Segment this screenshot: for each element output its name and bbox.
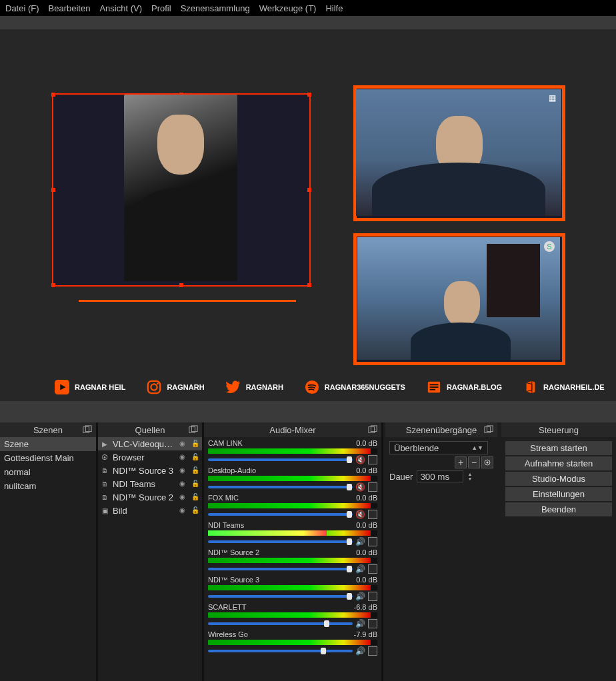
slider-thumb[interactable] — [347, 566, 352, 572]
dock-popout-icon[interactable] — [189, 425, 198, 434]
slider-thumb[interactable] — [347, 538, 352, 545]
mixer-volume-slider[interactable] — [208, 486, 353, 488]
source-row[interactable]: 🗎NDI™ Source 2◉🔓 — [98, 490, 202, 504]
mixer-settings-button[interactable] — [368, 482, 377, 492]
mixer-channel-db: -7.9 dB — [354, 630, 377, 638]
dock-header-controls[interactable]: Steuerung — [501, 422, 616, 437]
lock-toggle-icon[interactable]: 🔓 — [191, 453, 199, 461]
lock-toggle-icon[interactable]: 🔓 — [191, 480, 199, 488]
svg-point-18 — [487, 462, 489, 464]
mixer-meter — [208, 640, 377, 645]
visibility-toggle-icon[interactable]: ◉ — [179, 453, 187, 461]
transition-select[interactable]: Überblende ▲▼ — [389, 441, 488, 454]
mixer-channel: Wireless Go-7.9 dB🔊 — [204, 628, 381, 656]
scene-item[interactable]: normal — [0, 465, 96, 479]
settings-button[interactable]: Einstellungen — [505, 487, 612, 501]
visibility-toggle-icon[interactable]: ◉ — [179, 466, 187, 474]
mixer-volume-slider[interactable] — [208, 513, 353, 516]
mixer-slider-row: 🔇 — [208, 510, 377, 519]
source-row[interactable]: ▶VLC-Videoquelle◉🔓 — [98, 437, 202, 450]
mixer-volume-slider[interactable] — [208, 540, 353, 543]
menu-file[interactable]: Datei (F) — [5, 3, 39, 13]
mute-icon[interactable]: 🔇 — [355, 482, 365, 492]
mixer-settings-button[interactable] — [368, 619, 377, 628]
dock-header-scenes[interactable]: Szenen — [0, 422, 96, 437]
dock-popout-icon[interactable] — [83, 425, 92, 434]
mixer-settings-button[interactable] — [368, 592, 377, 601]
scene-item[interactable]: nulitcam — [0, 479, 96, 493]
mixer-settings-button[interactable] — [368, 646, 377, 656]
preview-area[interactable]: ▦ S RAGNAR HEIL RAGNARH RAGNARH RAGNAR36… — [0, 29, 616, 401]
exit-button[interactable]: Beenden — [505, 502, 612, 516]
scene-item[interactable]: Gottesdienst Main — [0, 451, 96, 465]
menu-tools[interactable]: Werkzeuge (T) — [259, 3, 317, 13]
menu-edit[interactable]: Bearbeiten — [49, 3, 91, 13]
dock-popout-icon[interactable] — [368, 425, 377, 434]
mute-icon[interactable]: 🔇 — [355, 455, 365, 464]
source-row[interactable]: 🗎NDI™ Source 3◉🔓 — [98, 464, 202, 477]
speaker-icon[interactable]: 🔊 — [355, 619, 365, 628]
transition-remove-button[interactable]: − — [468, 456, 480, 468]
slider-thumb[interactable] — [347, 484, 352, 490]
source-type-icon: 🗎 — [101, 467, 109, 474]
studio-mode-button[interactable]: Studio-Modus — [505, 472, 612, 486]
slider-thumb[interactable] — [347, 593, 352, 600]
record-start-button[interactable]: Aufnahme starten — [505, 456, 612, 470]
duration-spinner[interactable]: ▲▼ — [467, 472, 472, 481]
lock-toggle-icon[interactable]: 🔓 — [191, 466, 199, 474]
lock-toggle-icon[interactable]: 🔓 — [191, 493, 199, 501]
dock-header-mixer[interactable]: Audio-Mixer — [204, 422, 381, 437]
mixer-settings-button[interactable] — [368, 537, 377, 546]
preview-underline — [79, 300, 296, 302]
spacer-strip — [0, 401, 616, 422]
mixer-meter — [208, 476, 377, 481]
mixer-channel-name: NDI™ Source 2 — [208, 548, 259, 556]
mixer-volume-slider[interactable] — [208, 650, 353, 652]
mixer-volume-slider[interactable] — [208, 458, 353, 461]
visibility-toggle-icon[interactable]: ◉ — [179, 493, 187, 501]
mixer-settings-button[interactable] — [368, 564, 377, 574]
slider-thumb[interactable] — [321, 648, 326, 654]
visibility-toggle-icon[interactable]: ◉ — [179, 440, 187, 448]
mute-icon[interactable]: 🔇 — [355, 510, 365, 519]
menu-help[interactable]: Hilfe — [325, 3, 343, 13]
speaker-icon[interactable]: 🔊 — [355, 592, 365, 601]
mixer-volume-slider[interactable] — [208, 595, 353, 598]
lock-toggle-icon[interactable]: 🔓 — [191, 440, 199, 448]
slider-thumb[interactable] — [347, 511, 352, 518]
mixer-channel: NDI™ Source 20.0 dB🔊 — [204, 546, 381, 574]
duration-label: Dauer — [389, 472, 413, 482]
transition-add-button[interactable]: + — [455, 456, 467, 468]
dock-header-sources[interactable]: Quellen — [98, 422, 202, 437]
duration-input[interactable] — [417, 470, 463, 482]
slider-thumb[interactable] — [324, 620, 329, 627]
slider-thumb[interactable] — [347, 456, 352, 463]
visibility-toggle-icon[interactable]: ◉ — [179, 506, 187, 514]
dock-title: Steuerung — [539, 425, 579, 435]
stream-start-button[interactable]: Stream starten — [505, 441, 612, 455]
mixer-settings-button[interactable] — [368, 510, 377, 519]
menu-scenecollection[interactable]: Szenensammlung — [181, 3, 250, 13]
lock-toggle-icon[interactable]: 🔓 — [191, 506, 199, 514]
source-row[interactable]: ⦿Browser◉🔓 — [98, 450, 202, 464]
speaker-icon[interactable]: 🔊 — [355, 537, 365, 546]
mixer-settings-button[interactable] — [368, 455, 377, 464]
speaker-icon[interactable]: 🔊 — [355, 646, 365, 656]
visibility-toggle-icon[interactable]: ◉ — [179, 480, 187, 488]
mixer-volume-slider[interactable] — [208, 622, 353, 625]
source-row[interactable]: ▣Bild◉🔓 — [98, 504, 202, 517]
mixer-channel: CAM LINK0.0 dB🔇 — [204, 437, 381, 464]
dock-header-transitions[interactable]: Szenenübergänge — [385, 422, 497, 437]
mixer-channel: NDI™ Source 30.0 dB🔊 — [204, 574, 381, 601]
dock-title: Szenenübergänge — [406, 425, 477, 435]
transition-settings-button[interactable] — [481, 456, 493, 468]
menu-view[interactable]: Ansicht (V) — [99, 3, 142, 13]
mixer-volume-slider[interactable] — [208, 568, 353, 570]
speaker-icon[interactable]: 🔊 — [355, 564, 365, 574]
dock-popout-icon[interactable] — [484, 425, 493, 434]
scene-item[interactable]: Szene — [0, 437, 96, 451]
source-row[interactable]: 🗎NDI Teams◉🔓 — [98, 477, 202, 490]
source-type-icon: 🗎 — [101, 480, 109, 488]
menu-profile[interactable]: Profil — [151, 3, 171, 13]
source-type-icon: ⦿ — [101, 454, 109, 461]
